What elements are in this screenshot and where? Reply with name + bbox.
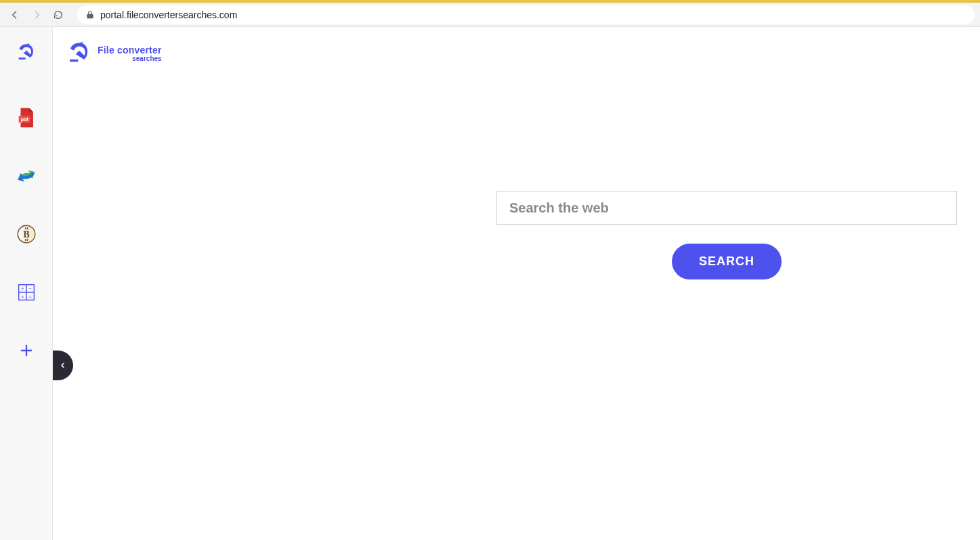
sidebar-item-logo[interactable]: [14, 41, 39, 65]
brand-icon: [65, 39, 93, 68]
plus-icon: [19, 343, 34, 358]
bitcoin-icon: B: [15, 223, 38, 246]
brand-text: File converter searches: [98, 45, 162, 62]
sidebar-item-calculator[interactable]: + − × =: [14, 280, 39, 305]
url-text: portal.fileconvertersearches.com: [100, 9, 237, 20]
arrow-right-icon: [31, 9, 42, 20]
sidebar-item-crypto[interactable]: B: [14, 222, 39, 246]
sidebar: pdf B +: [0, 27, 53, 540]
sidebar-item-add[interactable]: [14, 338, 39, 363]
convert-arrows-icon: [15, 164, 38, 187]
brand-logo[interactable]: File converter searches: [65, 39, 162, 68]
reload-button[interactable]: [49, 5, 68, 24]
pdf-icon: pdf: [15, 106, 38, 129]
sidebar-item-convert[interactable]: [14, 164, 39, 188]
search-button[interactable]: SEARCH: [672, 244, 782, 279]
back-button[interactable]: [5, 5, 24, 24]
browser-toolbar: portal.fileconvertersearches.com: [0, 3, 980, 27]
arrow-left-icon: [9, 9, 20, 20]
address-bar[interactable]: portal.fileconvertersearches.com: [77, 5, 975, 24]
svg-text:+: +: [21, 286, 24, 292]
sidebar-item-pdf[interactable]: pdf: [14, 106, 39, 130]
main-content: File converter searches SEARCH: [53, 27, 980, 540]
brand-line1: File converter: [98, 45, 162, 55]
reload-icon: [53, 9, 64, 20]
brand-line2: searches: [132, 55, 161, 62]
forward-button[interactable]: [27, 5, 46, 24]
calculator-icon: + − × =: [15, 281, 38, 304]
svg-text:=: =: [28, 294, 31, 300]
lock-icon: [85, 10, 95, 20]
svg-text:B: B: [23, 229, 30, 240]
search-container: SEARCH: [496, 191, 957, 279]
svg-text:−: −: [28, 286, 31, 292]
logo-icon: [15, 41, 38, 64]
chevron-left-icon: [59, 361, 67, 369]
svg-text:×: ×: [21, 294, 24, 300]
search-input[interactable]: [496, 191, 957, 225]
svg-text:pdf: pdf: [20, 117, 28, 122]
